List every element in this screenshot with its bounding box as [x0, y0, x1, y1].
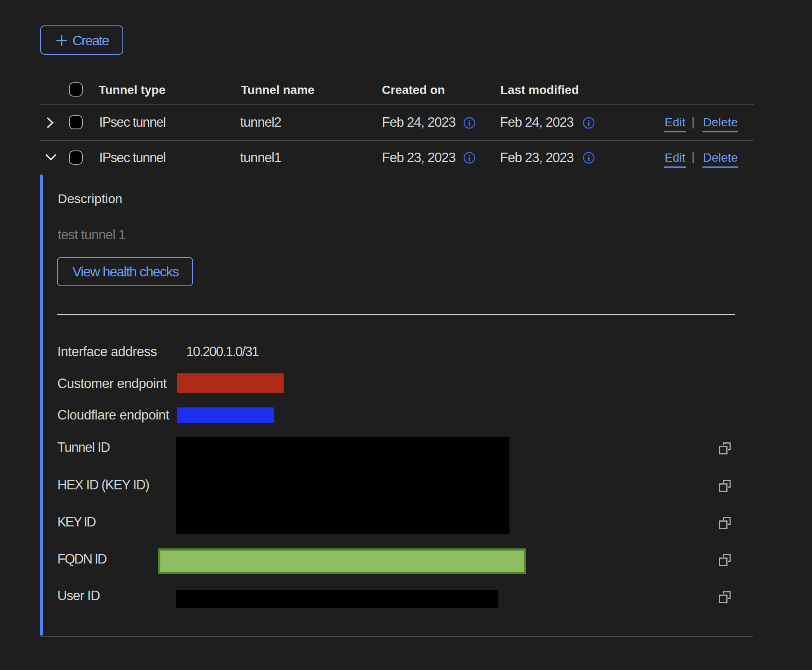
svg-text:i: i: [468, 119, 471, 128]
svg-text:i: i: [587, 119, 590, 128]
svg-text:i: i: [468, 153, 471, 163]
svg-text:i: i: [587, 153, 590, 163]
